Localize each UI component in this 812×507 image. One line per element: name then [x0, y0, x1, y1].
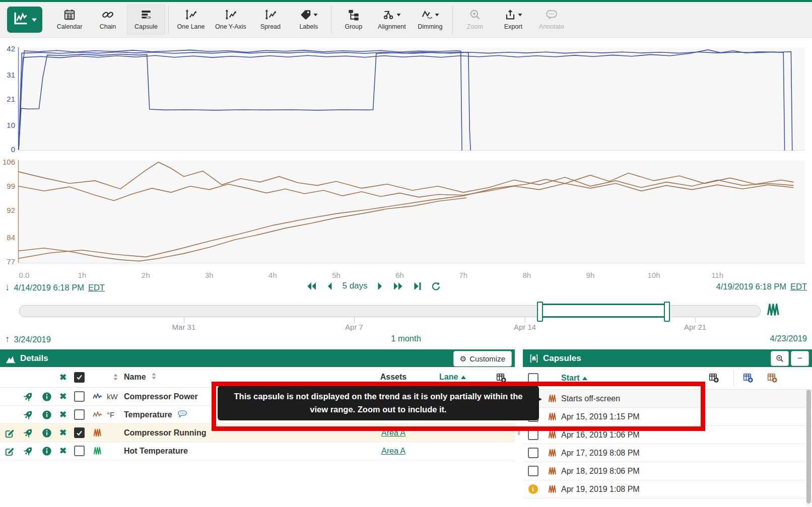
details-row-2[interactable]: ✖Compressor RunningArea A	[0, 424, 515, 442]
step-back-half-button[interactable]	[326, 282, 332, 291]
info-icon[interactable]	[38, 410, 55, 420]
comment-icon[interactable]	[176, 409, 188, 421]
asset-link[interactable]: Area A	[381, 447, 405, 456]
toolbar-capsule-button[interactable]: Capsule	[127, 5, 165, 35]
step-forward-half-button[interactable]	[377, 282, 383, 291]
full-range-duration-label[interactable]: 1 month	[391, 334, 421, 343]
remove-icon[interactable]: ✖	[55, 446, 71, 456]
toolbar-dimming-button[interactable]: Dimming	[411, 5, 449, 35]
rocket-icon[interactable]	[18, 391, 38, 402]
row-checkbox[interactable]	[71, 446, 88, 456]
add-stat-column-icon[interactable]	[742, 372, 753, 385]
timeline-handle-left[interactable]	[537, 302, 543, 322]
capsule-time-icon[interactable]	[766, 302, 781, 319]
add-column-icon[interactable]	[487, 372, 515, 383]
scrollbar[interactable]	[806, 390, 811, 506]
warning-info-icon[interactable]: i	[523, 484, 543, 494]
range-end-timezone-link[interactable]: EDT	[790, 282, 807, 292]
info-icon[interactable]	[38, 446, 55, 456]
range-start-timezone-link[interactable]: EDT	[88, 283, 105, 293]
zoom-to-capsule-button[interactable]	[771, 351, 789, 366]
toolbar-chain-button[interactable]: Chain	[89, 5, 127, 35]
capsule-row-1[interactable]: Apr 15, 2019 1:15 PM	[523, 408, 812, 426]
calendar-icon	[63, 7, 76, 22]
timeline-selection[interactable]	[539, 304, 669, 318]
remove-icon[interactable]: ✖	[55, 427, 71, 438]
signal-type-icon	[88, 410, 107, 420]
capsule-checkbox[interactable]	[523, 429, 543, 440]
capsule-row-4[interactable]: Apr 18, 2019 8:06 PM	[523, 462, 812, 480]
y-tick-label: 31	[7, 70, 15, 79]
capsule-row-2[interactable]: Apr 16, 2019 1:06 PM	[523, 426, 812, 444]
toolbar-calendar-button[interactable]: Calendar	[50, 5, 89, 35]
name-column-header[interactable]: Name	[124, 373, 146, 382]
sort-icon[interactable]	[107, 373, 124, 381]
worksheet-view-button[interactable]	[7, 7, 42, 33]
capsule-row-5[interactable]: iApr 19, 2019 1:08 PM	[523, 480, 812, 498]
toolbar-export-label: Export	[504, 23, 522, 30]
asset-cell[interactable]: Area A	[356, 447, 431, 456]
duration-label[interactable]: 5 days	[342, 281, 367, 291]
toolbar-group-button[interactable]: Group	[334, 5, 373, 35]
row-checkbox[interactable]	[71, 391, 88, 402]
add-column-icon[interactable]	[708, 372, 719, 385]
row-checkbox[interactable]	[71, 409, 88, 420]
y-tick-label: 106	[3, 158, 15, 166]
one-lane-icon	[184, 7, 197, 22]
asset-link[interactable]: Area A	[381, 428, 405, 438]
scrollbar-thumb[interactable]	[806, 390, 811, 503]
edit-icon[interactable]	[0, 446, 18, 456]
capsules-panel-header: Capsules −	[523, 349, 812, 367]
step-back-full-button[interactable]	[306, 282, 317, 291]
capsule-checkbox[interactable]	[523, 466, 543, 476]
refresh-button[interactable]	[431, 281, 441, 291]
asset-cell[interactable]: Area A	[356, 428, 431, 438]
y-tick-label: 92	[7, 206, 15, 214]
x-tick-label: 10h	[647, 271, 660, 279]
add-property-column-icon[interactable]	[767, 372, 777, 385]
info-icon[interactable]	[38, 392, 55, 402]
capsule-row-3[interactable]: Apr 17, 2019 8:08 PM	[523, 444, 812, 462]
lane-column-header[interactable]: Lane	[431, 373, 487, 382]
x-tick-label: 2h	[142, 271, 150, 279]
toolbar-one-y-axis-button[interactable]: One Y-Axis	[210, 5, 251, 35]
sort-icon[interactable]	[151, 372, 157, 382]
toolbar-export-button[interactable]: Export	[494, 5, 532, 35]
rocket-icon[interactable]	[18, 409, 38, 420]
remove-icon[interactable]: ✖	[55, 409, 71, 420]
toolbar-separator	[168, 6, 169, 34]
customize-button[interactable]: ⚙ Customize	[453, 351, 512, 367]
trend-chart[interactable]: 423121100106999284770.01h2h3h4h5h6h7h8h9…	[0, 35, 812, 280]
details-row-3[interactable]: ✖Hot TemperatureArea A	[0, 442, 515, 460]
capsules-panel: Capsules − Start iStarts off-screenApr 1…	[523, 349, 812, 507]
rocket-icon[interactable]	[18, 427, 38, 438]
toolbar-one-lane-button[interactable]: One Lane	[172, 5, 210, 35]
capsule-row-0[interactable]: iStarts off-screen	[523, 390, 812, 408]
item-name[interactable]: Compressor Running	[124, 428, 356, 438]
capsule-start-label: Starts off-screen	[561, 394, 812, 403]
remove-icon[interactable]: ✖	[55, 391, 71, 402]
step-forward-full-button[interactable]	[393, 282, 404, 291]
select-all-checkbox[interactable]	[74, 372, 85, 383]
edit-icon[interactable]	[0, 427, 18, 438]
x-tick-label: 0.0	[19, 271, 30, 279]
remove-all-button[interactable]: ✖	[55, 372, 71, 383]
toolbar-labels-button[interactable]: Labels	[290, 5, 328, 35]
toolbar-spread-button[interactable]: Spread	[251, 5, 290, 35]
select-all-capsules-checkbox[interactable]	[528, 373, 538, 384]
timeline-tick-label: Mar 31	[172, 323, 196, 331]
toolbar-annotate-label: Annotate	[539, 23, 564, 30]
info-icon[interactable]	[38, 428, 55, 438]
timeline-handle-right[interactable]	[664, 302, 670, 322]
capsule-checkbox[interactable]	[523, 448, 543, 458]
x-tick-label: 1h	[78, 271, 87, 279]
toolbar-alignment-button[interactable]: Alignment	[373, 5, 411, 35]
item-name[interactable]: Hot Temperature	[124, 447, 356, 456]
capsule-icon	[543, 448, 561, 458]
row-checkbox[interactable]	[71, 427, 88, 438]
step-to-end-button[interactable]	[414, 282, 422, 291]
rocket-icon[interactable]	[18, 446, 38, 456]
collapse-panel-button[interactable]: −	[791, 351, 809, 366]
panel-splitter[interactable]: ‖	[515, 349, 523, 507]
assets-column-header[interactable]: Assets	[356, 373, 431, 382]
